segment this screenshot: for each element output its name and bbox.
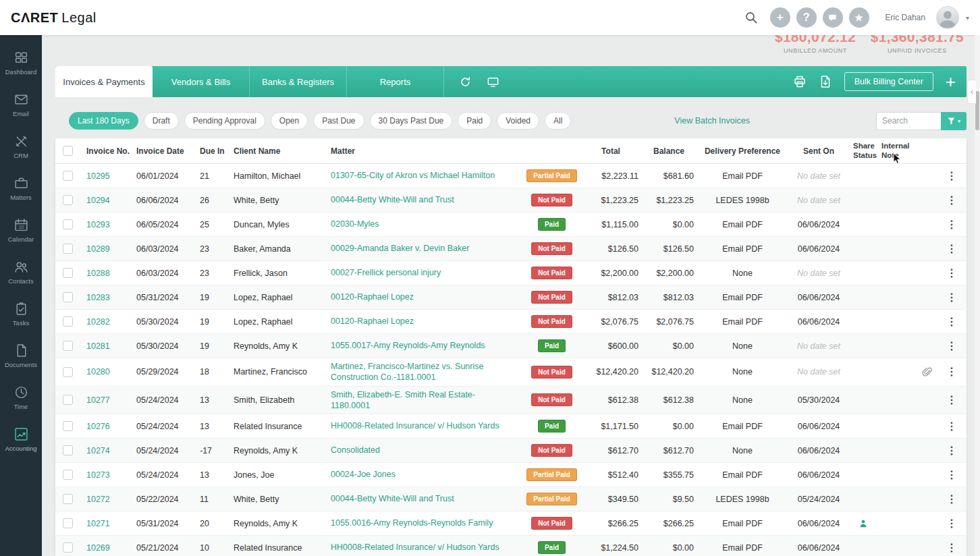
avatar[interactable] xyxy=(936,6,959,29)
table-row[interactable]: 10295 06/01/2024 21 Hamilton, Michael 01… xyxy=(55,164,967,188)
sidebar-item-matters[interactable]: Matters xyxy=(0,167,42,209)
add-icon[interactable]: + xyxy=(770,7,790,28)
invoice-number-link[interactable]: 10295 xyxy=(86,171,110,181)
invoice-number-link[interactable]: 10289 xyxy=(86,244,110,254)
invoice-number-link[interactable]: 10280 xyxy=(86,367,110,377)
filter-pill-paid[interactable]: Paid xyxy=(458,112,491,130)
matter-link[interactable]: 02030-Myles xyxy=(331,219,379,229)
filter-pill-open[interactable]: Open xyxy=(271,112,308,130)
row-menu-button[interactable]: ⋮ xyxy=(944,421,960,432)
row-checkbox[interactable] xyxy=(63,316,73,327)
row-checkbox[interactable] xyxy=(63,494,73,504)
filter-pill-last-180-days[interactable]: Last 180 Days xyxy=(69,112,138,130)
invoice-number-link[interactable]: 10271 xyxy=(86,519,110,528)
col-invoice-date[interactable]: Invoice Date xyxy=(130,146,193,156)
row-menu-button[interactable]: ⋮ xyxy=(944,244,960,254)
table-row[interactable]: 10272 05/22/2024 11 White, Betty 00044-B… xyxy=(55,487,967,511)
row-checkbox[interactable] xyxy=(63,445,73,455)
row-checkbox[interactable] xyxy=(63,421,73,431)
invoice-number-link[interactable]: 10269 xyxy=(86,543,110,553)
row-menu-button[interactable]: ⋮ xyxy=(944,395,960,406)
search-input[interactable] xyxy=(876,112,941,130)
matter-link[interactable]: 00120-Raphael Lopez xyxy=(331,316,414,326)
table-row[interactable]: 10293 06/05/2024 25 Duncan, Myles 02030-… xyxy=(55,213,967,237)
matter-link[interactable]: Martinez, Francisco-Martinez vs. Sunrise… xyxy=(331,362,483,382)
col-client-name[interactable]: Client Name xyxy=(227,146,324,156)
row-menu-button[interactable]: ⋮ xyxy=(944,366,960,377)
row-menu-button[interactable]: ⋮ xyxy=(944,171,960,182)
row-menu-button[interactable]: ⋮ xyxy=(944,268,960,279)
row-checkbox[interactable] xyxy=(63,341,73,351)
col-balance[interactable]: Balance xyxy=(641,146,697,156)
invoice-number-link[interactable]: 10277 xyxy=(86,395,110,405)
chevron-down-icon[interactable]: ▾ xyxy=(966,14,969,22)
chat-icon[interactable] xyxy=(823,7,843,28)
row-menu-button[interactable]: ⋮ xyxy=(944,518,960,529)
tab-vendors-bills[interactable]: Vendors & Bills xyxy=(153,66,250,97)
matter-link[interactable]: 1055.0017-Amy Reynolds-Amy Reynolds xyxy=(331,341,485,350)
tab-reports[interactable]: Reports xyxy=(347,66,444,97)
col-internal-note[interactable]: Internal Note xyxy=(877,142,915,159)
star-icon[interactable]: ★ xyxy=(849,7,869,28)
row-checkbox[interactable] xyxy=(63,219,73,229)
sidebar-item-tasks[interactable]: Tasks xyxy=(0,293,42,335)
matter-link[interactable]: HH0008-Related Insurance/ v/ Hudson Yard… xyxy=(331,543,499,552)
row-menu-button[interactable]: ⋮ xyxy=(944,494,960,505)
invoice-number-link[interactable]: 10294 xyxy=(86,196,110,205)
sidebar-item-accounting[interactable]: Accounting xyxy=(0,418,42,460)
attachment-icon[interactable] xyxy=(922,366,933,377)
sidebar-item-email[interactable]: Email xyxy=(0,84,42,126)
table-row[interactable]: 10277 05/24/2024 13 Smith, Elizabeth Smi… xyxy=(55,387,967,415)
row-checkbox[interactable] xyxy=(63,268,73,278)
invoice-number-link[interactable]: 10282 xyxy=(86,317,110,327)
col-invoice-no[interactable]: Invoice No. xyxy=(80,146,130,156)
row-menu-button[interactable]: ⋮ xyxy=(944,292,960,303)
invoice-number-link[interactable]: 10288 xyxy=(86,269,110,278)
table-row[interactable]: 10283 05/31/2024 19 Lopez, Raphael 00120… xyxy=(55,285,967,310)
col-sent-on[interactable]: Sent On xyxy=(788,146,849,156)
add-invoice-button[interactable]: + xyxy=(946,73,956,90)
filter-pill-draft[interactable]: Draft xyxy=(144,112,179,130)
filter-dropdown-button[interactable]: ▾ xyxy=(941,112,967,130)
select-all-checkbox[interactable] xyxy=(63,146,73,156)
table-row[interactable]: 10288 06/03/2024 23 Frellick, Jason 0002… xyxy=(55,261,967,285)
filter-pill-pending-approval[interactable]: Pending Approval xyxy=(184,112,265,130)
matter-link[interactable]: Smith, Elizabeth-E. Smith Real Estate-11… xyxy=(331,390,475,410)
export-invoices-icon[interactable] xyxy=(819,75,832,88)
print-icon[interactable] xyxy=(793,75,807,88)
row-menu-button[interactable]: ⋮ xyxy=(944,195,960,206)
table-row[interactable]: 10273 05/24/2024 13 Jones, Joe 00024-Joe… xyxy=(55,463,967,487)
table-row[interactable]: 10281 05/30/2024 19 Reynolds, Amy K 1055… xyxy=(55,334,967,358)
sidebar-item-crm[interactable]: CRM xyxy=(0,126,42,167)
refresh-icon[interactable] xyxy=(459,76,472,88)
matter-link[interactable]: 1055.0016-Amy Reynolds-Reynolds Family xyxy=(331,518,493,528)
filter-pill-30-days-past-due[interactable]: 30 Days Past Due xyxy=(370,112,453,130)
invoice-number-link[interactable]: 10276 xyxy=(86,422,110,431)
sidebar-item-calendar[interactable]: 10 Calendar xyxy=(0,209,42,251)
row-menu-button[interactable]: ⋮ xyxy=(944,445,960,456)
table-row[interactable]: 10276 05/24/2024 13 Related Insurance HH… xyxy=(55,414,967,439)
row-menu-button[interactable]: ⋮ xyxy=(944,341,960,352)
matter-link[interactable]: 00044-Betty White-Will and Trust xyxy=(331,195,454,204)
col-matter[interactable]: Matter xyxy=(324,146,523,156)
invoice-number-link[interactable]: 10273 xyxy=(86,470,110,480)
row-menu-button[interactable]: ⋮ xyxy=(944,543,960,553)
bulk-billing-center-button[interactable]: Bulk Billing Center xyxy=(844,72,933,91)
row-menu-button[interactable]: ⋮ xyxy=(944,316,960,327)
matter-link[interactable]: 00044-Betty White-Will and Trust xyxy=(331,494,454,503)
sidebar-item-documents[interactable]: Documents xyxy=(0,335,42,377)
invoice-number-link[interactable]: 10274 xyxy=(86,446,110,455)
invoice-number-link[interactable]: 10293 xyxy=(86,220,110,229)
table-row[interactable]: 10274 05/24/2024 -17 Reynolds, Amy K Con… xyxy=(55,439,967,463)
row-checkbox[interactable] xyxy=(63,518,73,528)
invoice-number-link[interactable]: 10281 xyxy=(86,341,110,351)
filter-pill-past-due[interactable]: Past Due xyxy=(313,112,364,130)
row-checkbox[interactable] xyxy=(63,171,73,181)
row-checkbox[interactable] xyxy=(63,395,73,405)
matter-link[interactable]: 00029-Amanda Baker v. Devin Baker xyxy=(331,244,469,253)
panel-collapse-handle[interactable]: ‹ xyxy=(967,80,976,104)
invoice-number-link[interactable]: 10283 xyxy=(86,293,110,302)
col-delivery-preference[interactable]: Delivery Preference xyxy=(697,146,788,156)
row-checkbox[interactable] xyxy=(63,292,73,302)
view-batch-invoices-link[interactable]: View Batch Invoices xyxy=(674,116,750,126)
